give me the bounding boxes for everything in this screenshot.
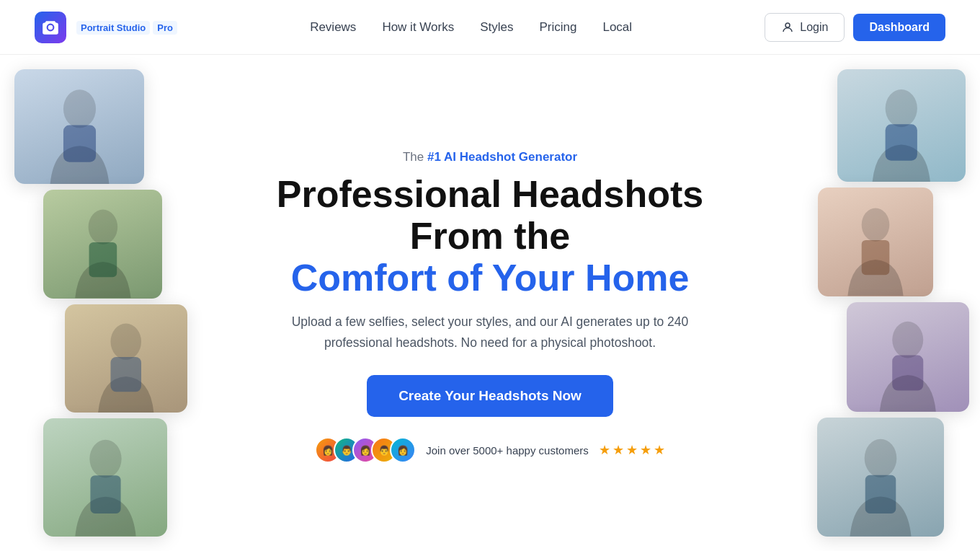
hero-photo-left-3 — [65, 304, 187, 413]
star-3: ★ — [626, 442, 638, 458]
hero-photo-right-4 — [817, 418, 944, 537]
hero-photo-right-3 — [847, 302, 969, 412]
svg-rect-10 — [886, 124, 917, 160]
user-icon — [781, 21, 794, 34]
logo[interactable]: Portrait StudioPro — [35, 12, 177, 43]
avatar-group: 👩 👨 👩 👨 👩 — [315, 437, 416, 463]
svg-point-11 — [862, 208, 890, 242]
proof-text: Join over 5000+ happy customers — [426, 444, 589, 457]
star-1: ★ — [599, 442, 610, 458]
nav-item-reviews[interactable]: Reviews — [310, 20, 356, 34]
nav-item-how-it-works[interactable]: How it Works — [382, 20, 454, 34]
svg-rect-4 — [89, 242, 117, 277]
hero-tag-highlight: #1 AI Headshot Generator — [427, 150, 577, 164]
svg-rect-2 — [63, 125, 95, 162]
svg-point-1 — [63, 89, 95, 128]
hero-photo-right-2 — [818, 188, 933, 296]
login-button[interactable]: Login — [765, 13, 845, 42]
camera-icon — [41, 18, 60, 37]
hero-heading-line2: Comfort of Your Home — [291, 257, 690, 299]
hero-photo-left-1 — [14, 69, 144, 184]
svg-rect-8 — [90, 476, 120, 514]
svg-point-13 — [893, 322, 924, 358]
svg-point-0 — [785, 23, 790, 27]
dashboard-button[interactable]: Dashboard — [853, 14, 945, 41]
nav-actions: Login Dashboard — [765, 13, 945, 42]
hero-content: The #1 AI Headshot Generator Professiona… — [238, 150, 742, 470]
hero-tag: The #1 AI Headshot Generator — [238, 150, 742, 164]
hero-photos-right — [817, 55, 980, 551]
nav-item-styles[interactable]: Styles — [480, 20, 513, 34]
brand-name: Portrait StudioPro — [74, 19, 177, 35]
svg-rect-6 — [111, 357, 142, 392]
hero-section: The #1 AI Headshot Generator Professiona… — [0, 55, 980, 551]
hero-subtext: Upload a few selfies, select your styles… — [281, 312, 699, 353]
svg-point-7 — [89, 440, 121, 478]
nav-links: Reviews How it Works Styles Pricing Loca… — [310, 20, 632, 35]
hero-photo-right-1 — [837, 69, 966, 182]
logo-icon — [35, 12, 66, 43]
svg-point-15 — [865, 439, 897, 477]
star-4: ★ — [640, 442, 651, 458]
svg-point-3 — [88, 210, 117, 244]
cta-button[interactable]: Create Your Headshots Now — [367, 375, 613, 417]
hero-photos-left — [0, 55, 187, 551]
svg-rect-12 — [862, 240, 890, 275]
svg-rect-14 — [893, 355, 924, 390]
hero-heading: Professional Headshots From the Comfort … — [238, 173, 742, 299]
svg-point-9 — [886, 89, 917, 127]
svg-rect-16 — [865, 475, 896, 513]
star-rating: ★ ★ ★ ★ ★ — [599, 442, 665, 458]
nav-item-pricing[interactable]: Pricing — [539, 20, 576, 34]
avatar-5: 👩 — [390, 437, 416, 463]
star-2: ★ — [612, 442, 624, 458]
svg-point-5 — [111, 323, 142, 359]
navbar: Portrait StudioPro Reviews How it Works … — [0, 0, 980, 55]
hero-photo-left-2 — [43, 190, 162, 298]
hero-photo-left-4 — [43, 418, 167, 537]
hero-heading-line1: Professional Headshots From the — [277, 173, 703, 257]
social-proof: 👩 👨 👩 👨 👩 Join over 5000+ happy customer… — [238, 437, 742, 463]
star-5: ★ — [654, 442, 665, 458]
nav-item-local[interactable]: Local — [602, 20, 632, 34]
